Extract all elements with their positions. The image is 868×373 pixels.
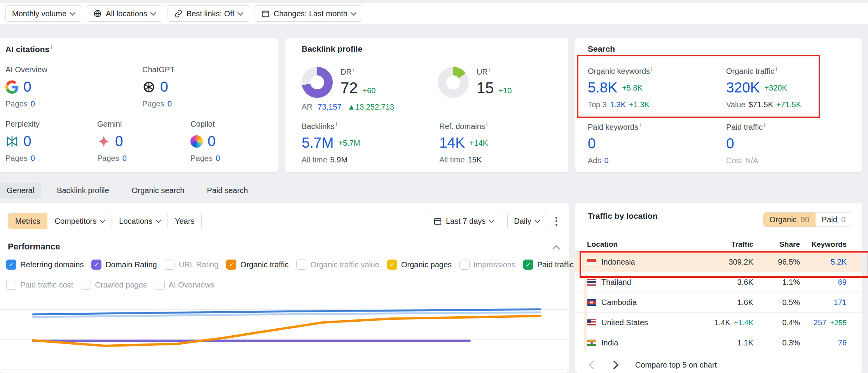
tab-paid-search[interactable]: Paid search [200, 183, 255, 199]
info-icon[interactable]: i [775, 66, 777, 72]
gemini-pages-link[interactable]: 0 [122, 154, 127, 162]
gemini-count[interactable]: 0 [115, 133, 123, 150]
locations-label: All locations [106, 9, 147, 18]
in-flag-icon [587, 340, 596, 346]
checkbox-checked-icon: ✓ [226, 260, 236, 270]
keywords-link[interactable]: 69 [838, 278, 847, 287]
traffic-by-location-panel: Traffic by location Organic 90 Paid 0 Lo… [575, 203, 862, 373]
column-share[interactable]: Share [753, 240, 800, 249]
column-location[interactable]: Location [587, 240, 679, 249]
table-row-cambodia[interactable]: Cambodia1.6K0.5%171 [575, 292, 862, 312]
paid-traffic-value-link[interactable]: 0 [726, 135, 734, 152]
ai-overview-pages-link[interactable]: 0 [31, 99, 35, 108]
ar-value-link[interactable]: 73,157 [318, 103, 341, 111]
organic-keywords-value-link[interactable]: 5.8K [588, 79, 617, 96]
monthly-volume-dropdown[interactable]: Monthly volume [5, 5, 81, 22]
more-options-kebab-icon[interactable] [553, 214, 560, 228]
metric-checkbox-paid-traffic[interactable]: ✓Paid traffic [523, 260, 574, 270]
ai-citations-title: AI citationsi [5, 44, 52, 54]
compare-top5-label[interactable]: Compare top 5 on chart [635, 361, 717, 370]
table-row-thailand[interactable]: Thailand3.6K1.1%69 [575, 272, 862, 292]
info-icon[interactable]: i [335, 121, 337, 127]
performance-chart[interactable] [0, 296, 569, 373]
search-card: Search Organic keywordsi 5.8K+5.8K Top 3… [575, 38, 862, 172]
chart-date-controls: Last 7 days Daily [427, 213, 560, 229]
perplexity-pages-link[interactable]: 0 [31, 154, 35, 162]
paid-keywords-value-link[interactable]: 0 [588, 135, 596, 152]
chatgpt-count[interactable]: 0 [160, 78, 168, 96]
collapse-chevron-up-icon[interactable] [552, 245, 560, 253]
info-icon[interactable]: i [489, 67, 491, 73]
metric-checkbox-label: AI Overviews [169, 281, 215, 289]
info-icon[interactable]: i [51, 44, 52, 50]
copilot-icon [190, 135, 203, 148]
top3-link[interactable]: 1.3K [610, 100, 626, 109]
ar-line: AR 73,157 ▲13,252,713 [302, 103, 394, 112]
checkbox-unchecked-icon [459, 260, 470, 270]
metric-checkbox-url-rating[interactable]: URL Rating [165, 260, 219, 270]
metric-checkbox-ai-overviews[interactable]: AI Overviews [155, 280, 215, 290]
tab-general[interactable]: General [0, 183, 41, 199]
copilot-count[interactable]: 0 [208, 133, 216, 150]
performance-heading: Performance [8, 242, 60, 252]
keywords-link[interactable]: 76 [838, 338, 847, 347]
organic-traffic-value-link[interactable]: 320K [726, 79, 760, 96]
chatgpt-pages-link[interactable]: 0 [168, 99, 172, 108]
tab-backlink-profile[interactable]: Backlink profile [50, 183, 116, 199]
date-range-dropdown[interactable]: Last 7 days [427, 213, 500, 229]
chevron-down-icon [238, 10, 244, 16]
organic-keywords-metric: Organic keywordsi 5.8K+5.8K Top 31.3K+1.… [588, 66, 653, 109]
chatgpt-icon [142, 80, 155, 94]
metric-checkbox-organic-traffic[interactable]: ✓Organic traffic [226, 260, 288, 270]
best-links-dropdown[interactable]: Best links: Off [168, 5, 249, 22]
locations-dropdown[interactable]: All locations [87, 5, 162, 22]
metric-checkbox-organic-traffic-value[interactable]: Organic traffic value [296, 260, 379, 270]
keywords-link[interactable]: 257 [814, 318, 826, 327]
table-row-united-states[interactable]: United States1.4K+1.4K0.4%257+255 [575, 312, 862, 333]
changes-dropdown[interactable]: Changes: Last month [255, 5, 362, 22]
checkbox-checked-icon: ✓ [523, 260, 533, 270]
segment-competitors[interactable]: Competitors [47, 213, 112, 229]
segment-years[interactable]: Years [168, 213, 201, 229]
info-icon[interactable]: i [353, 67, 355, 73]
column-traffic[interactable]: Traffic [679, 240, 753, 249]
metric-checkbox-organic-pages[interactable]: ✓Organic pages [387, 260, 452, 270]
info-icon[interactable]: i [486, 121, 488, 127]
metric-checkbox-referring-domains[interactable]: ✓Referring domains [6, 260, 84, 270]
ai-overview-count[interactable]: 0 [23, 78, 31, 96]
id-flag-icon [587, 259, 596, 265]
info-icon[interactable]: i [764, 122, 765, 128]
metric-checkbox-impressions[interactable]: Impressions [459, 260, 515, 270]
metric-checkbox-crawled-pages[interactable]: Crawled pages [81, 280, 147, 290]
metric-checkbox-domain-rating[interactable]: ✓Domain Rating [91, 260, 157, 270]
granularity-dropdown[interactable]: Daily [507, 213, 546, 229]
checkbox-unchecked-icon [296, 260, 306, 270]
keywords-link[interactable]: 171 [834, 298, 847, 307]
perplexity-count[interactable]: 0 [23, 133, 31, 150]
info-icon[interactable]: i [639, 122, 641, 128]
organic-count-badge: 90 [801, 215, 809, 224]
table-row-india[interactable]: India1.1K0.3%76 [575, 333, 862, 353]
segment-locations[interactable]: Locations [112, 213, 168, 229]
info-icon[interactable]: i [651, 66, 653, 72]
tab-organic-search[interactable]: Organic search [125, 183, 191, 199]
page-previous-chevron-icon[interactable] [589, 361, 598, 370]
organic-paid-toggle: Organic 90 Paid 0 [763, 212, 852, 227]
page-next-chevron-icon[interactable] [610, 361, 619, 370]
backlink-profile-card: Backlink profile DRi 72+60 AR 73,157 ▲13… [285, 38, 568, 172]
table-row-indonesia[interactable]: Indonesia309.2K96.5%5.2K [575, 252, 862, 272]
backlinks-value-link[interactable]: 5.7M [302, 134, 334, 152]
copilot-pages-link[interactable]: 0 [216, 154, 220, 162]
ref-domains-value-link[interactable]: 14K [439, 134, 465, 152]
keywords-link[interactable]: 5.2K [831, 258, 847, 267]
changes-label: Changes: Last month [274, 9, 348, 18]
checkbox-checked-icon: ✓ [91, 260, 101, 270]
metric-checkbox-paid-traffic-cost[interactable]: Paid traffic cost [6, 280, 73, 290]
segment-metrics[interactable]: Metrics [8, 213, 47, 229]
ads-link[interactable]: 0 [604, 156, 608, 165]
toggle-organic[interactable]: Organic 90 [763, 213, 816, 227]
report-tabs: General Backlink profile Organic search … [0, 183, 255, 199]
toggle-paid[interactable]: Paid 0 [816, 213, 852, 227]
column-keywords[interactable]: Keywords [800, 240, 847, 249]
kh-flag-icon [587, 299, 596, 306]
